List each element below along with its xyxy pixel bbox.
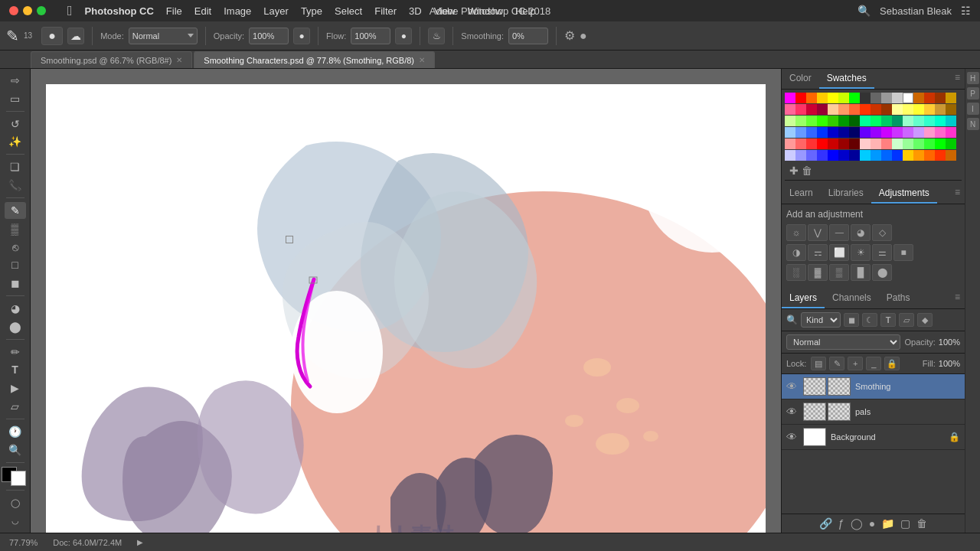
layer-visibility-pals[interactable]: 👁 [786,406,799,418]
tab-smoothing-characters[interactable]: Smoothing Characters.psd @ 77.8% (Smothi… [194,51,435,68]
swatch[interactable] [795,116,806,126]
app-menu[interactable]: Photoshop CC [79,5,160,17]
delete-layer-button[interactable]: 🗑 [916,517,927,530]
photo-filter-adj[interactable]: ☀ [851,244,871,261]
shape-tool[interactable]: ▱ [5,398,26,415]
swatch[interactable] [828,93,838,103]
bw-adj[interactable]: ⬜ [829,244,849,261]
swatch[interactable] [913,93,924,103]
filter-adjustment-layers[interactable]: ☾ [862,313,877,327]
swatch[interactable] [838,150,849,161]
opacity-input[interactable]: 100% [249,28,289,44]
threshold-adj[interactable]: ▒ [829,264,849,281]
swatch[interactable] [828,116,838,126]
grid-icon[interactable]: ☷ [961,5,971,17]
swatch[interactable] [838,104,849,115]
swatch[interactable] [860,104,871,115]
tab-smoothing-psd[interactable]: Smoothing.psd @ 66.7% (RGB/8#) ✕ [31,51,192,68]
swatch[interactable] [881,116,892,126]
layer-item-background[interactable]: 👁 Background 🔒 [782,425,965,450]
smoothing-input[interactable]: 0% [508,28,548,44]
swatch[interactable] [828,150,838,161]
tab-swatches[interactable]: Swatches [819,69,874,89]
selective-color-adj[interactable]: ⬤ [872,264,892,281]
swatch[interactable] [828,127,838,138]
select-menu[interactable]: Select [328,5,368,17]
swatch[interactable] [860,139,871,149]
smoothing-settings-icon[interactable]: ● [580,29,587,43]
navigator-panel-icon[interactable]: N [967,118,979,130]
hand-tool[interactable]: 🕐 [5,423,26,440]
lock-transparent[interactable]: ▤ [811,357,826,370]
link-layers-button[interactable]: 🔗 [819,517,832,530]
swatch[interactable] [881,104,892,115]
swatch[interactable] [817,150,828,161]
adj-panel-menu-icon[interactable]: ≡ [950,184,965,204]
channel-mixer-adj[interactable]: ⚌ [872,244,892,261]
quick-mask-icon[interactable]: ◯ [5,494,26,511]
swatch[interactable] [795,104,806,115]
layer-item-pals[interactable]: 👁 pals [782,399,965,425]
swatch[interactable] [913,104,924,115]
edit-menu[interactable]: Edit [188,5,217,17]
tab-adjustments[interactable]: Adjustments [871,184,937,204]
swatch[interactable] [924,150,935,161]
swatch[interactable] [838,93,849,103]
swatch[interactable] [817,139,828,149]
filter-menu[interactable]: Filter [368,5,403,17]
swatch[interactable] [903,127,913,138]
swatch[interactable] [935,93,946,103]
swatch[interactable] [881,127,892,138]
swatch[interactable] [785,104,795,115]
swatch[interactable] [892,104,903,115]
swatch[interactable] [785,127,795,138]
swatch[interactable] [795,127,806,138]
swatch[interactable] [806,127,817,138]
status-arrow[interactable]: ▶ [137,538,143,546]
add-layer-style-button[interactable]: ƒ [838,517,844,530]
brightness-contrast-adj[interactable]: ☼ [786,224,806,241]
fill-value[interactable]: 100% [939,359,960,368]
swatch[interactable] [860,116,871,126]
swatch[interactable] [935,104,946,115]
path-select-tool[interactable]: ▶ [5,380,26,396]
filter-smart-layers[interactable]: ◆ [917,313,933,327]
swatch[interactable] [913,139,924,149]
swatch[interactable] [924,93,935,103]
swatch[interactable] [849,139,860,149]
swatch[interactable] [924,139,935,149]
create-new-layer-button[interactable]: ▢ [900,517,910,530]
swatch[interactable] [935,116,946,126]
lasso-tool[interactable]: ↺ [5,116,26,132]
swatch[interactable] [806,150,817,161]
create-new-swatch-icon[interactable]: ✚ [789,165,799,177]
swatch[interactable] [817,116,828,126]
gradient-tool[interactable]: ◼ [5,275,26,292]
layer-kind-select[interactable]: Kind [801,312,841,328]
tab-close-2[interactable]: ✕ [419,56,425,64]
wand-tool[interactable]: ✨ [5,133,26,150]
exposure-adj[interactable]: ◕ [851,224,871,241]
color-lookup-adj[interactable]: ■ [893,244,913,261]
swatch[interactable] [935,139,946,149]
swatch[interactable] [946,104,956,115]
swatch[interactable] [860,93,871,103]
swatch[interactable] [817,127,828,138]
swatch[interactable] [913,150,924,161]
tab-paths[interactable]: Paths [879,289,918,308]
lock-artboard[interactable]: ⎯ [866,357,881,370]
swatch[interactable] [892,116,903,126]
tab-layers[interactable]: Layers [782,289,825,308]
swatch[interactable] [785,150,795,161]
layers-panel-menu-icon[interactable]: ≡ [950,289,965,308]
pen-tool[interactable]: ✏ [5,344,26,360]
swatch[interactable] [892,127,903,138]
color-balance-adj[interactable]: ⚎ [808,244,828,261]
text-tool[interactable]: T [5,362,26,379]
swatch[interactable] [892,150,903,161]
swatch[interactable] [946,93,956,103]
filter-pixel-layers[interactable]: ◼ [844,313,859,327]
invert-adj[interactable]: ░ [786,264,806,281]
delete-swatch-icon[interactable]: 🗑 [802,165,812,177]
swatch[interactable] [881,150,892,161]
